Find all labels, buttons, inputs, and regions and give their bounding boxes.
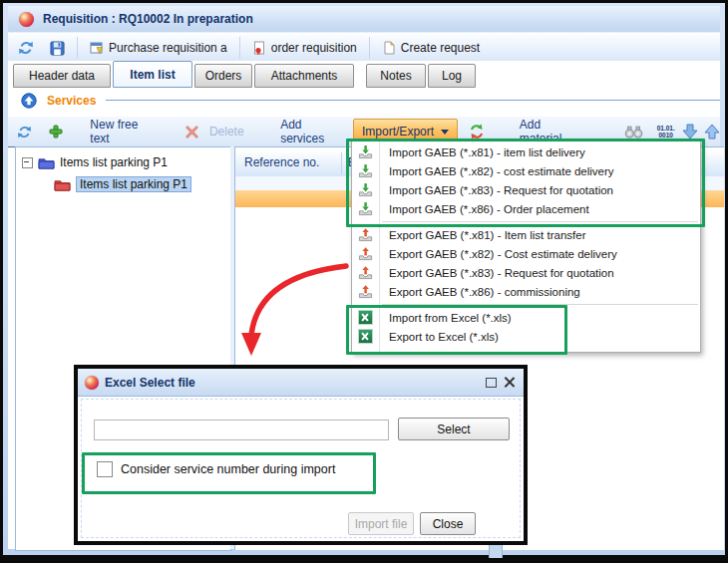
export-icon [358,284,373,299]
select-file-button[interactable]: Select [398,418,510,440]
file-path-input[interactable] [94,420,389,440]
window-title: Requisition : RQ10002 In preparation [43,12,253,26]
import-export-label: Import/Export [362,125,434,139]
chevron-down-icon [441,130,449,135]
tree-root-label: Items list parking P1 [60,155,168,169]
tab-label: Log [442,69,462,83]
import-file-button[interactable]: Import file [348,512,414,535]
app-logo-icon [19,12,34,27]
import-icon [358,163,373,178]
select-button-label: Select [437,422,470,436]
date-line2: 0010 [658,132,672,139]
order-requisition-icon [252,41,266,55]
menu-item-import-gaeb-x82[interactable]: Import GAEB (*.x82) - cost estimate deli… [352,161,700,180]
tab-attachments[interactable]: Attachments [254,64,354,88]
create-request-icon [382,41,396,55]
consider-service-number-option[interactable]: Consider service number during import [97,461,335,477]
order-requisition-button[interactable]: order requisition [244,38,365,58]
delete-button[interactable]: Delete [185,125,250,139]
sync-icon [469,124,485,140]
excel-icon [358,310,373,325]
delete-x-icon [185,126,198,139]
scrollbar-fragment[interactable] [489,545,503,558]
search-button[interactable] [624,126,643,139]
tab-item-list[interactable]: Item list [113,61,192,88]
import-icon [358,201,373,216]
import-export-menu: Import GAEB (*.x81) - item list delivery… [351,139,701,353]
menu-item-import-from-excel[interactable]: Import from Excel (*.xls) [352,308,700,327]
consider-service-number-checkbox[interactable] [97,461,113,477]
date-line1: 01.01. [657,125,675,132]
tree-node-child[interactable]: Items list parking P1 [54,176,230,192]
refresh-items-button[interactable] [17,125,32,140]
app-logo-icon [85,376,99,390]
screenshot-root: Requisition : RQ10002 In preparation [0,0,728,563]
refresh-button[interactable] [8,37,42,59]
tab-orders[interactable]: Orders [194,64,252,88]
folder-red-icon [54,178,71,191]
move-up-button[interactable] [704,124,720,140]
menu-item-import-gaeb-x86[interactable]: Import GAEB (*.x86) - Order placement [352,199,700,218]
add-item-button[interactable] [49,125,63,139]
window-titlebar: Requisition : RQ10002 In preparation [8,6,720,33]
menu-separator [382,304,698,305]
dialog-title: Excel Select file [105,376,195,390]
dialog-titlebar: Excel Select file [78,369,524,397]
close-icon [504,377,515,388]
tree-collapse-icon[interactable] [22,157,33,168]
tab-log[interactable]: Log [428,64,476,88]
tab-label: Orders [205,69,242,83]
tab-label: Header data [29,69,95,83]
tab-notes[interactable]: Notes [366,64,426,88]
menu-item-import-gaeb-x81[interactable]: Import GAEB (*.x81) - item list delivery [352,142,700,161]
menu-item-export-gaeb-x82[interactable]: Export GAEB (*.x82) - Cost estimate deli… [352,244,700,263]
add-services-button[interactable]: Add services [274,118,351,145]
tab-header-data[interactable]: Header data [13,64,111,88]
purchase-requisition-icon [90,41,104,55]
menu-item-export-gaeb-x83[interactable]: Export GAEB (*.x83) - Request for quotat… [352,263,700,282]
create-request-button[interactable]: Create request [374,38,488,58]
folder-blue-icon [38,156,55,169]
export-icon [358,246,373,261]
create-request-label: Create request [401,41,480,55]
services-collapse-button[interactable] [21,93,37,113]
toolbar-separator [239,37,240,59]
close-button-label: Close [433,517,464,531]
delete-label: Delete [203,125,250,139]
new-free-text-button[interactable]: New free text [84,118,163,145]
menu-item-label: Export GAEB (*.x83) - Request for quotat… [389,267,614,279]
toolbar-separator [77,37,78,59]
menu-item-label: Export GAEB (*.x82) - Cost estimate deli… [389,248,617,260]
dialog-close-button[interactable] [500,375,518,391]
checkbox-label: Consider service number during import [121,462,335,476]
arrow-up-circle-icon [21,93,37,109]
close-button[interactable]: Close [420,512,476,535]
menu-item-export-to-excel[interactable]: Export to Excel (*.xls) [352,327,700,346]
excel-icon [358,329,373,344]
column-separator[interactable] [341,152,342,174]
move-down-button[interactable] [682,124,698,140]
binoculars-icon [624,126,643,139]
menu-item-label: Export GAEB (*.x86) - commissioning [389,286,580,298]
dialog-maximize-button[interactable] [482,375,500,391]
menu-item-label: Import GAEB (*.x86) - Order placement [389,203,589,215]
purchase-requisition-button[interactable]: Purchase requisition a [82,38,235,58]
tab-label: Notes [380,69,411,83]
column-header-reference-no[interactable]: Reference no. [244,155,319,169]
arrow-down-icon [682,124,698,140]
menu-item-export-gaeb-x81[interactable]: Export GAEB (*.x81) - Item list transfer [352,225,700,244]
tree-node-root[interactable]: Items list parking P1 [22,155,230,169]
main-toolbar: Purchase requisition a order requisition [8,32,720,64]
refresh-icon [17,125,32,140]
menu-item-import-gaeb-x83[interactable]: Import GAEB (*.x83) - Request for quotat… [352,180,700,199]
toolbar-separator [369,37,370,59]
services-section-title: Services [47,94,96,108]
import-file-button-label: Import file [355,517,408,531]
export-icon [358,227,373,242]
export-icon [358,265,373,280]
save-button[interactable] [42,38,73,59]
sync-button[interactable] [469,124,485,140]
menu-item-export-gaeb-x86[interactable]: Export GAEB (*.x86) - commissioning [352,282,700,301]
tab-label: Attachments [271,69,338,83]
menu-item-label: Import GAEB (*.x83) - Request for quotat… [389,184,613,196]
